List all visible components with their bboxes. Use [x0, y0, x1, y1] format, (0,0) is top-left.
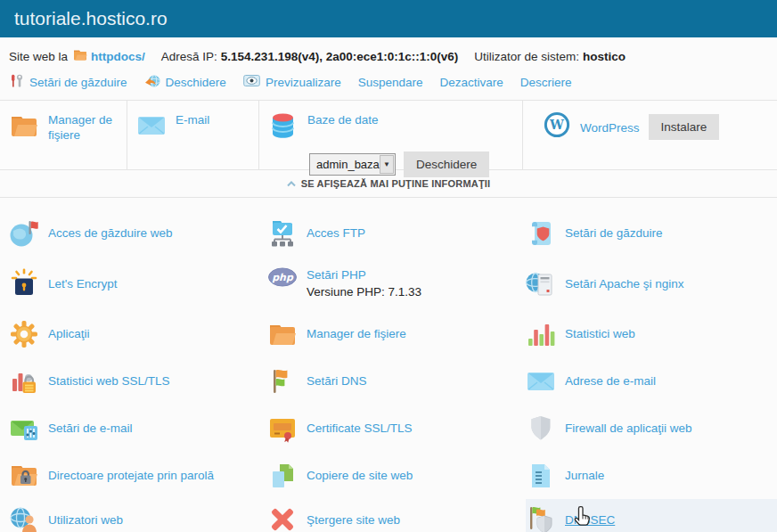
grid-item-label: Firewall de aplicaţii web — [565, 422, 692, 435]
svg-text:W: W — [549, 118, 565, 132]
quick-wordpress-cell: W WordPress Instalare — [523, 101, 777, 169]
logs-icon — [526, 461, 556, 491]
grid-item-protected-directories[interactable]: Directoare protejate prin parolă — [9, 452, 267, 499]
grid-item-mail-addresses[interactable]: Adrese de e-mail — [526, 357, 777, 405]
envelope-icon — [526, 366, 556, 397]
toolbar-item-label: Deschidere — [166, 76, 226, 89]
grid-item-label: Certificate SSL/TLS — [307, 422, 413, 435]
grid-item-web-users[interactable]: Utilizatori web — [9, 499, 267, 532]
grid-item-ssl-certificates[interactable]: Certificate SSL/TLS — [267, 405, 526, 452]
site-location-label: Site web la — [9, 50, 68, 63]
toolbar-item-label: Suspendare — [358, 76, 423, 89]
plesk-domain-page: tutoriale.hostico.ro Site web la httpdoc… — [0, 0, 777, 532]
description-action[interactable]: Descriere — [520, 76, 572, 89]
tools-icon — [9, 74, 24, 91]
grid-item-label: Statistici web — [565, 327, 635, 340]
database-select-value: admin_baza — [310, 158, 380, 171]
folder-icon — [267, 319, 298, 349]
grid-item-label: Adrese de e-mail — [565, 374, 656, 388]
grid-item-label: Acces de găzduire web — [48, 226, 173, 240]
grid-item-label: Directoare protejate prin parolă — [48, 469, 214, 482]
grid-item-lets-encrypt[interactable]: Let's Encrypt — [9, 257, 267, 310]
grid-item-logs[interactable]: Jurnale — [526, 452, 777, 499]
grid-item-web-statistics[interactable]: Statistici web — [526, 310, 777, 357]
quick-databases-cell: Baze de date admin_baza ▼ Deschidere — [259, 101, 523, 169]
database-select[interactable]: admin_baza ▼ — [309, 153, 396, 176]
hosting-settings-action[interactable]: Setări de găzduire — [9, 74, 127, 91]
quick-email-link[interactable]: E-mail — [176, 110, 209, 127]
grid-item-dns-settings[interactable]: Setări DNS — [267, 357, 526, 405]
show-less-label: SE AFIŞEAZĂ MAI PUŢINE INFORMAŢII — [301, 178, 491, 189]
php-icon: php — [267, 262, 298, 292]
quick-wordpress-link[interactable]: WordPress — [580, 119, 640, 135]
chevron-up-icon — [287, 178, 296, 189]
envelope-icon — [136, 110, 167, 144]
install-wordpress-button[interactable]: Instalare — [649, 114, 720, 140]
hosting-scroll-shield-icon — [526, 218, 556, 249]
stats-lock-icon — [9, 366, 39, 397]
grid-item-ftp-access[interactable]: Acces FTP — [267, 209, 526, 257]
grid-item-label: Setări de e-mail — [48, 422, 133, 435]
grid-item-label: Acces FTP — [307, 226, 365, 240]
grid-item-label: Utilizatori web — [48, 513, 123, 527]
grid-item-php-settings[interactable]: php Setări PHP Versiune PHP: 7.1.33 — [267, 257, 526, 310]
suspend-action[interactable]: Suspendare — [358, 76, 423, 89]
dnssec-icon — [526, 504, 556, 532]
copy-pages-icon — [267, 461, 298, 491]
toolbar-item-label: Dezactivare — [439, 76, 503, 89]
grid-item-hosting-settings[interactable]: Setări de găzduire — [526, 209, 777, 257]
toolbar-item-label: Previzualizare — [266, 76, 341, 89]
folder-lock-icon — [9, 461, 39, 491]
deactivate-action[interactable]: Dezactivare — [439, 76, 503, 89]
quick-file-manager-cell: Manager de fişiere — [0, 101, 127, 169]
grid-item-dnssec[interactable]: DNSSEC — [526, 499, 777, 532]
ip-value: 5.154.231.198(v4), 2a00:ece1:0:1c::1:0(v… — [221, 50, 458, 63]
grid-item-label: Statistici web SSL/TLS — [48, 374, 170, 388]
grid-item-label: Setări PHP — [307, 268, 421, 282]
globe-arrow-icon — [144, 73, 160, 91]
site-infobar: Site web la httpdocs/ Adresă IP: 5.154.2… — [0, 37, 777, 63]
grid-item-label: Setări DNS — [307, 374, 367, 388]
globe-flag-icon — [9, 218, 39, 249]
system-user-label: Utilizator de sistem: — [474, 50, 579, 63]
grid-item-web-hosting-access[interactable]: Acces de găzduire web — [9, 209, 267, 257]
preview-action[interactable]: Previzualizare — [243, 74, 341, 90]
httpdocs-link[interactable]: httpdocs/ — [91, 50, 145, 63]
grid-item-apache-nginx[interactable]: Setări Apache şi nginx — [526, 257, 777, 310]
toolbar-item-label: Descriere — [520, 76, 572, 89]
quick-email-cell: E-mail — [127, 101, 259, 169]
tools-grid: Acces de găzduire web Let's Encrypt Apli… — [0, 198, 777, 532]
database-icon — [268, 110, 299, 144]
grid-item-website-copying[interactable]: Copiere de site web — [267, 452, 526, 499]
grid-item-label: Manager de fişiere — [307, 327, 406, 340]
page-title: tutoriale.hostico.ro — [0, 0, 777, 37]
grid-item-label: DNSSEC — [565, 513, 615, 527]
system-user-value: hostico — [583, 50, 626, 63]
quick-databases-link[interactable]: Baze de date — [307, 110, 379, 127]
grid-item-label: Copiere de site web — [307, 469, 413, 482]
grid-item-label: Aplicaţii — [48, 327, 90, 340]
grid-item-waf[interactable]: Firewall de aplicaţii web — [526, 405, 777, 452]
grid-item-label: Setări Apache şi nginx — [565, 277, 684, 291]
grid-item-file-manager[interactable]: Manager de fişiere — [267, 310, 526, 357]
grid-item-web-stats-ssl[interactable]: Statistici web SSL/TLS — [9, 357, 267, 405]
grid-item-mail-settings[interactable]: Setări de e-mail — [9, 405, 267, 452]
grid-item-applications[interactable]: Aplicaţii — [9, 310, 267, 357]
gear-icon — [9, 319, 39, 349]
folder-icon — [9, 110, 39, 144]
quick-file-manager-link[interactable]: Manager de fişiere — [48, 110, 121, 143]
grid-item-label: Jurnale — [565, 469, 604, 482]
folder-small-icon — [73, 49, 87, 63]
delete-x-icon — [267, 504, 298, 532]
svg-text:php: php — [272, 272, 294, 283]
grid-item-label: Setări de găzduire — [565, 226, 663, 240]
grid-item-remove-website[interactable]: Ştergere site web — [267, 499, 526, 532]
select-caret-icon: ▼ — [380, 155, 394, 174]
bar-chart-icon — [526, 319, 556, 349]
toolbar-item-label: Setări de găzduire — [29, 76, 127, 89]
grid-item-label: Ştergere site web — [307, 513, 400, 527]
open-site-action[interactable]: Deschidere — [144, 73, 226, 91]
open-database-button[interactable]: Deschidere — [404, 151, 489, 177]
certificate-icon — [267, 413, 298, 444]
grid-item-label: Let's Encrypt — [48, 277, 118, 291]
